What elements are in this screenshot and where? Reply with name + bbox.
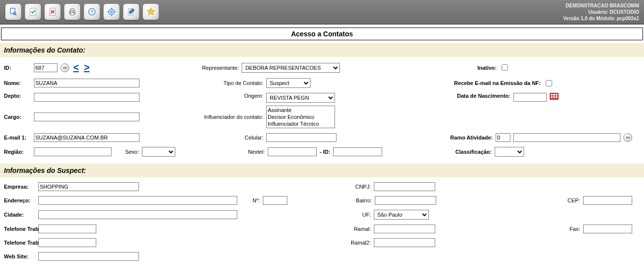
favorite-button[interactable]	[142, 3, 159, 20]
notes-button[interactable]	[123, 3, 140, 20]
numero-input[interactable]	[263, 196, 287, 205]
teltrab-label: Telefone Trabalho:	[4, 226, 35, 232]
numero-label: Nº:	[240, 197, 260, 203]
classificacao-label: Classificação:	[455, 149, 492, 155]
cnpj-input[interactable]	[374, 182, 435, 191]
empresa-input[interactable]	[38, 182, 139, 191]
ramo-desc-input[interactable]	[513, 133, 620, 142]
depto-label: Depto:	[4, 93, 31, 99]
cep-input[interactable]	[583, 196, 632, 205]
section-suspect-header: Informações do Suspect:	[0, 164, 644, 177]
star-icon	[146, 7, 156, 17]
user-name: DCUSTODIO	[610, 9, 639, 15]
influenciador-option[interactable]: Influenciador Técnico	[268, 120, 334, 127]
ramal-input[interactable]	[374, 224, 435, 233]
email1-label: E-mail 1:	[4, 135, 31, 140]
company-label: DEMONSTRACAO BRASCOMM	[563, 2, 639, 9]
regiao-label: Região:	[4, 149, 31, 155]
teltrab2-input[interactable]	[38, 238, 96, 247]
nav-next[interactable]: >	[84, 62, 90, 73]
delete-button[interactable]	[44, 3, 61, 20]
representante-label: Representante:	[170, 65, 239, 71]
influenciador-option[interactable]: Decisor Econômico	[268, 113, 334, 120]
document-delete-icon	[48, 7, 57, 17]
bairro-input[interactable]	[375, 196, 436, 205]
nav-prev[interactable]: <	[73, 62, 79, 73]
website-label: Web Site:	[4, 253, 35, 259]
endereco-label: Endereço:	[4, 197, 35, 203]
module-code: pcp002a1	[616, 16, 639, 21]
datanasc-label: Data de Nascimento:	[457, 93, 510, 99]
fax-label: Fax:	[560, 226, 580, 232]
classificacao-select[interactable]	[495, 147, 524, 157]
regiao-input[interactable]	[34, 147, 112, 156]
origem-label: Origem:	[180, 93, 263, 99]
page-title: Acesso a Contatos	[1, 28, 643, 40]
ramo-code-input[interactable]	[496, 133, 510, 142]
bairro-label: Bairro:	[342, 197, 372, 203]
cep-label: CEP:	[560, 197, 580, 203]
datanasc-input[interactable]	[513, 93, 547, 102]
ramal-label: Ramal:	[341, 226, 371, 232]
nextel-input[interactable]	[268, 147, 317, 156]
empresa-label: Empresa:	[4, 184, 35, 190]
print-button[interactable]	[64, 3, 81, 20]
sexo-select[interactable]	[142, 147, 175, 157]
header-info: DEMONSTRACAO BRASCOMM Usuário: DCUSTODIO…	[563, 2, 639, 22]
website-input[interactable]	[38, 252, 139, 261]
help-button[interactable]: ?	[84, 3, 100, 20]
cargo-input[interactable]	[34, 112, 140, 121]
calendar-icon[interactable]	[550, 93, 559, 100]
sexo-label: Sexo:	[114, 149, 139, 155]
document-check-icon	[28, 7, 38, 17]
ramal2-input[interactable]	[374, 238, 435, 247]
id-input[interactable]	[34, 63, 57, 72]
svg-point-22	[63, 67, 65, 69]
cidade-input[interactable]	[38, 210, 237, 219]
help-icon: ?	[87, 7, 97, 17]
search-button[interactable]	[5, 3, 22, 20]
recebe-email-label: Recebe E-mail na Emissão da NF:	[454, 80, 541, 86]
svg-line-2	[15, 14, 16, 16]
ramal2-label: Ramal2:	[341, 240, 371, 246]
influenciador-list[interactable]: Assinante Decisor Econômico Influenciado…	[266, 106, 335, 128]
svg-text:?: ?	[90, 9, 93, 14]
representante-select[interactable]: DEBORA REPRESENTACOES	[242, 63, 340, 73]
celular-input[interactable]	[266, 133, 336, 142]
user-label-text: Usuário:	[588, 9, 609, 15]
teltrab-input[interactable]	[38, 224, 96, 233]
nextel-label: Nextel:	[216, 149, 265, 155]
cidade-label: Cidade:	[4, 212, 35, 218]
svg-point-13	[111, 11, 112, 13]
uf-select[interactable]: São Paulo	[374, 210, 429, 220]
nextel-id-input[interactable]	[333, 147, 382, 156]
ramo-label: Ramo Atividade:	[450, 135, 493, 140]
email1-input[interactable]	[34, 133, 140, 142]
module-label-text: do Módulo:	[589, 16, 616, 21]
document-search-icon	[8, 7, 18, 17]
svg-rect-9	[71, 13, 74, 15]
svg-point-24	[626, 137, 628, 139]
gear-icon	[107, 7, 116, 17]
printer-icon	[67, 7, 77, 17]
tipo-contato-select[interactable]: Suspect	[266, 78, 310, 88]
confirm-button[interactable]	[25, 3, 41, 20]
celular-label: Celular:	[209, 135, 263, 140]
depto-input[interactable]	[34, 93, 140, 102]
settings-button[interactable]	[103, 3, 120, 20]
svg-point-25	[628, 137, 630, 139]
endereco-input[interactable]	[38, 196, 237, 205]
id-lookup-button[interactable]	[60, 63, 69, 72]
cnpj-label: CNPJ:	[341, 184, 371, 190]
svg-point-23	[65, 67, 67, 69]
recebe-email-checkbox[interactable]	[546, 80, 552, 86]
nome-label: Nome:	[4, 80, 31, 86]
ramo-lookup-button[interactable]	[623, 133, 632, 142]
nome-input[interactable]	[34, 79, 140, 87]
fax-input[interactable]	[583, 224, 632, 233]
inativo-checkbox[interactable]	[502, 64, 508, 71]
binoculars-icon	[62, 65, 68, 71]
origem-select[interactable]: REVISTA PEGN	[266, 93, 335, 103]
influenciador-label: Influenciador do contato:	[165, 114, 263, 120]
influenciador-option[interactable]: Assinante	[268, 107, 334, 113]
